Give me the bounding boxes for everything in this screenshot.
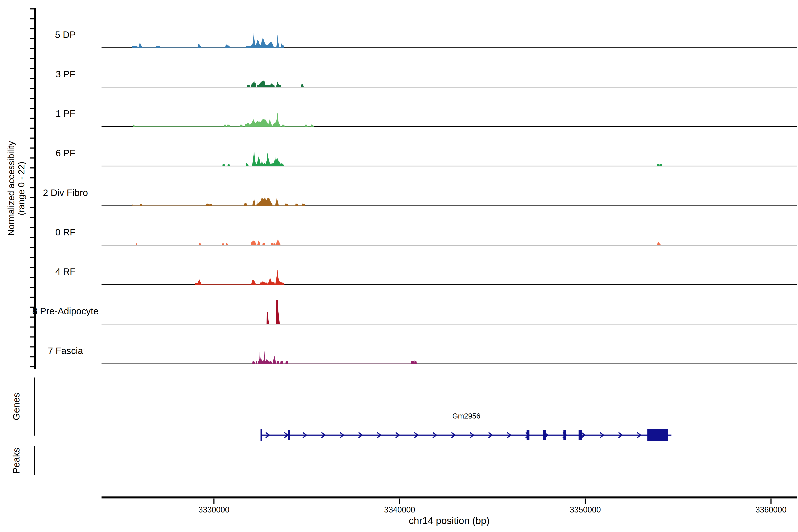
- gene-exon-1: [288, 430, 290, 440]
- coverage-signal-6-pf: [223, 152, 662, 166]
- coverage-signal-5-dp: [132, 33, 284, 48]
- coverage-signal-1-pf: [133, 113, 314, 127]
- x-axis-tick-label: 3340000: [384, 505, 415, 514]
- track-label-8-pre-adipocyte: 8 Pre-Adipocyte: [32, 306, 99, 316]
- gene-exon-3: [543, 430, 546, 440]
- coverage-signal-7-fascia: [252, 352, 417, 364]
- track-label-6-pf: 6 PF: [56, 148, 75, 158]
- coverage-signal-0-rf: [136, 240, 661, 245]
- track-label-1-pf: 1 PF: [56, 108, 75, 119]
- genome-coverage-plot: Normalized accessibility(range 0 - 22)5 …: [0, 0, 798, 532]
- x-axis-tick-label: 3330000: [198, 505, 229, 514]
- coverage-signal-2-div-fibro: [132, 198, 305, 206]
- gene-terminal-exon: [647, 429, 668, 441]
- track-label-2-div-fibro: 2 Div Fibro: [43, 188, 88, 198]
- gene-exon-2: [527, 430, 530, 440]
- track-label-4-rf: 4 RF: [55, 266, 75, 277]
- track-label-3-pf: 3 PF: [56, 69, 75, 79]
- y-axis-title-line1: Normalized accessibility: [6, 141, 16, 236]
- track-label-7-fascia: 7 Fascia: [48, 346, 83, 356]
- peaks-section-label: Peaks: [11, 448, 21, 474]
- y-axis-title-line2: (range 0 - 22): [16, 162, 26, 215]
- x-axis-tick-label: 3350000: [570, 505, 601, 514]
- track-label-5-dp: 5 DP: [55, 30, 76, 40]
- coverage-signal-4-rf: [195, 270, 284, 285]
- gene-name-label: Gm2956: [452, 412, 480, 420]
- coverage-signal-3-pf: [247, 80, 304, 87]
- gene-start-tick: [261, 430, 262, 441]
- genes-section-label: Genes: [11, 393, 21, 420]
- gene-exon-5: [578, 430, 582, 440]
- x-axis-title: chr14 position (bp): [409, 515, 490, 526]
- coverage-signal-8-pre-adipocyte: [267, 300, 280, 324]
- x-axis-tick-label: 3360000: [756, 505, 786, 514]
- gene-exon-4: [564, 430, 566, 440]
- track-label-0-rf: 0 RF: [55, 227, 75, 238]
